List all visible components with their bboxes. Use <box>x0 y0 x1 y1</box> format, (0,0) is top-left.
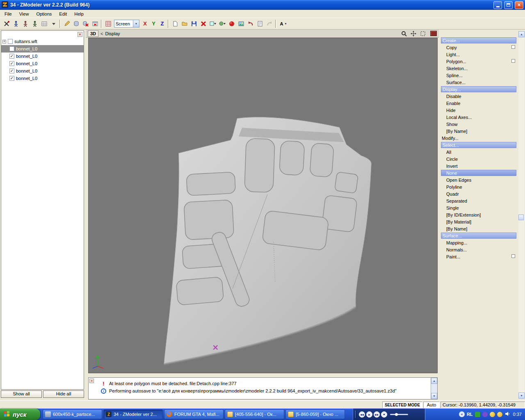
scroll-up-icon[interactable]: ▲ <box>431 378 437 384</box>
menu-item-help[interactable]: Help <box>71 11 87 17</box>
command-options-checkbox[interactable] <box>511 59 515 63</box>
language-indicator[interactable]: RL <box>467 412 473 417</box>
tree-item-bonnet-l0[interactable]: ✓bonnet_L0 <box>1 75 84 82</box>
cmd-item-none[interactable]: None <box>441 170 516 176</box>
cmd-item-light[interactable]: Light... <box>441 51 516 58</box>
taskbar-task-forum-gta-4-mafi[interactable]: FORUM GTA 4, Mafi... <box>164 409 224 419</box>
visibility-checkbox[interactable]: ✓ <box>9 54 14 59</box>
panel-close-icon[interactable]: × <box>78 32 82 37</box>
tree-item-bonnet-l0[interactable]: ✓bonnet_L0 <box>1 52 84 60</box>
cmd-item-normals[interactable]: Normals... <box>441 246 516 253</box>
taskbar-task-600x450-k-partsce[interactable]: 600x450-k_partsce... <box>43 409 102 419</box>
maximize-button[interactable] <box>504 1 513 9</box>
undo-icon[interactable] <box>246 19 255 28</box>
grid-tool-icon[interactable] <box>39 19 49 28</box>
skeleton-figure-icon-1[interactable] <box>11 19 21 28</box>
cmd-item-hide[interactable]: Hide <box>441 107 516 114</box>
cmd-item-by-name[interactable]: [By Name] <box>441 225 516 232</box>
scroll-down-icon[interactable]: ▼ <box>431 393 437 399</box>
antivirus-tray-icon[interactable] <box>475 412 480 417</box>
axis-x-toggle[interactable]: X <box>141 19 149 28</box>
show-all-button[interactable]: Show all <box>1 390 42 398</box>
axis-z-toggle[interactable]: Z <box>158 19 167 28</box>
cmd-item-mapping[interactable]: Mapping... <box>441 239 516 246</box>
menu-item-options[interactable]: Options <box>32 11 55 17</box>
cmd-item-spline[interactable]: Spline... <box>441 72 516 79</box>
pan-icon[interactable] <box>410 30 417 37</box>
cmd-item-copy[interactable]: Copy <box>441 44 516 51</box>
cmd-item-all[interactable]: All <box>441 148 516 155</box>
taskbar-task-405-556-640[interactable]: [405-556-640] - Ок... <box>225 409 284 419</box>
cmd-header-modify[interactable]: Modify... <box>441 135 516 142</box>
viewport-layout-dropdown-icon[interactable] <box>208 19 217 28</box>
volume-tray-icon[interactable] <box>504 411 510 418</box>
axis-y-toggle[interactable]: Y <box>149 19 158 28</box>
cmd-item-by-id-extension[interactable]: [By ID/Extension] <box>441 211 516 218</box>
cmd-header-select[interactable]: Select... <box>441 142 516 148</box>
play-icon[interactable]: ▶ <box>366 411 372 418</box>
viewport-3d-tab[interactable]: 3D <box>88 30 98 37</box>
toolbar-grip[interactable] <box>355 411 356 418</box>
render-mode-dropdown-icon[interactable] <box>217 19 227 28</box>
cmd-item-disable[interactable]: Disable <box>441 93 516 100</box>
cmd-header-create[interactable]: Create... <box>441 37 516 43</box>
close-view-icon[interactable] <box>90 19 100 28</box>
tree-item-bonnet-l0[interactable]: ✓bonnet_L0 <box>1 67 84 75</box>
log-scrollbar[interactable]: ▲ ▼ <box>431 378 437 399</box>
auto-indicator[interactable]: Auto <box>423 402 440 408</box>
commands-scrollbar[interactable]: ▲ ▼ <box>518 31 525 399</box>
snap-grid-icon[interactable] <box>103 19 113 28</box>
cmd-item-local-axes[interactable]: Local Axes... <box>441 114 516 121</box>
menu-item-view[interactable]: View <box>16 11 33 17</box>
taskbar-task-5-860-059[interactable]: [5-860-059] - Окно ... <box>285 409 345 419</box>
skeleton-figure-icon-3[interactable] <box>30 19 39 28</box>
menu-item-file[interactable]: File <box>1 11 16 17</box>
delete-primitive-icon[interactable] <box>81 19 90 28</box>
viewport-view-label[interactable]: Display <box>105 31 120 36</box>
scrollbar-track[interactable] <box>518 37 525 393</box>
visibility-checkbox[interactable] <box>8 39 13 44</box>
visibility-checkbox[interactable]: ✓ <box>9 76 14 81</box>
transform-tool-icon[interactable] <box>2 19 11 28</box>
tree-root-sultanrs-wft[interactable]: + sultanrs.wft <box>1 38 84 45</box>
cmd-item-by-material[interactable]: [By Material] <box>441 218 516 225</box>
screen-mode-combo[interactable]: Screen ▼ <box>114 20 139 27</box>
edit-pencil-icon[interactable] <box>62 19 71 28</box>
cmd-item-polyline[interactable]: Polyline <box>441 183 516 190</box>
close-button[interactable]: × <box>515 1 523 9</box>
zoom-icon[interactable] <box>400 30 408 37</box>
cmd-header-display[interactable]: Display... <box>441 86 516 92</box>
cmd-item-paint[interactable]: Paint... <box>441 253 516 260</box>
cmd-item-enable[interactable]: Enable <box>441 100 516 107</box>
expand-icon[interactable]: + <box>2 40 6 43</box>
delete-icon[interactable] <box>199 19 208 28</box>
tree-item-bonnet-l0[interactable]: bonnet_L0 <box>1 45 84 52</box>
cmd-item-skeleton[interactable]: Skeleton... <box>441 65 516 72</box>
cmd-item-show[interactable]: Show <box>441 121 516 128</box>
next-track-icon[interactable]: ▶▶ <box>374 411 380 418</box>
redo-icon[interactable] <box>265 19 274 28</box>
command-options-checkbox[interactable] <box>511 254 515 258</box>
scroll-up-icon[interactable]: ▲ <box>518 31 525 37</box>
save-file-icon[interactable] <box>189 19 199 28</box>
start-button[interactable]: пуск <box>0 409 40 420</box>
primitive-cylinder-icon[interactable] <box>71 19 81 28</box>
log-close-icon[interactable]: × <box>89 379 94 383</box>
cmd-item-by-name[interactable]: [By Name] <box>441 128 516 135</box>
cmd-item-circle[interactable]: Circle <box>441 155 516 162</box>
command-options-checkbox[interactable] <box>511 45 515 49</box>
hide-all-button[interactable]: Hide all <box>43 390 84 398</box>
skeleton-figure-icon-2[interactable] <box>21 19 30 28</box>
font-dropdown-button[interactable]: A▼ <box>278 19 289 28</box>
previous-track-icon[interactable]: ◀◀ <box>359 411 365 418</box>
cmd-item-separated[interactable]: Separated <box>441 197 516 204</box>
hide-icons-chevron-icon[interactable]: « <box>459 411 465 417</box>
cmd-item-single[interactable]: Single <box>441 204 516 211</box>
viewport-3d[interactable] <box>88 38 438 373</box>
notes-icon[interactable] <box>255 19 265 28</box>
viewport-back-arrow[interactable]: < <box>100 31 103 36</box>
tree-item-bonnet-l0[interactable]: ✓bonnet_L0 <box>1 60 84 67</box>
scrollbar-thumb[interactable] <box>518 215 524 220</box>
cmd-item-open-edges[interactable]: Open Edges <box>441 176 516 183</box>
new-file-icon[interactable] <box>170 19 180 28</box>
